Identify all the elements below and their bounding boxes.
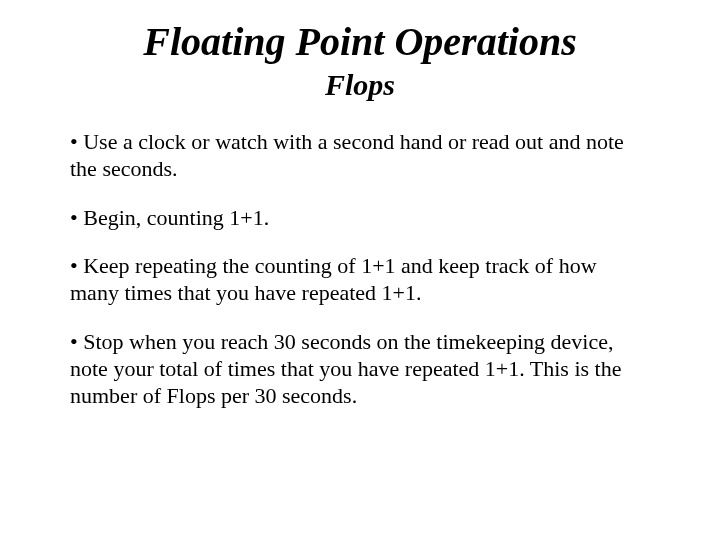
bullet-list: • Use a clock or watch with a second han… — [70, 129, 650, 410]
bullet-item: • Use a clock or watch with a second han… — [70, 129, 650, 183]
bullet-item: • Keep repeating the counting of 1+1 and… — [70, 253, 650, 307]
bullet-item: • Stop when you reach 30 seconds on the … — [70, 329, 650, 409]
slide: Floating Point Operations Flops • Use a … — [0, 0, 720, 540]
slide-title: Floating Point Operations — [70, 20, 650, 64]
slide-subtitle: Flops — [70, 68, 650, 101]
bullet-item: • Begin, counting 1+1. — [70, 205, 650, 232]
